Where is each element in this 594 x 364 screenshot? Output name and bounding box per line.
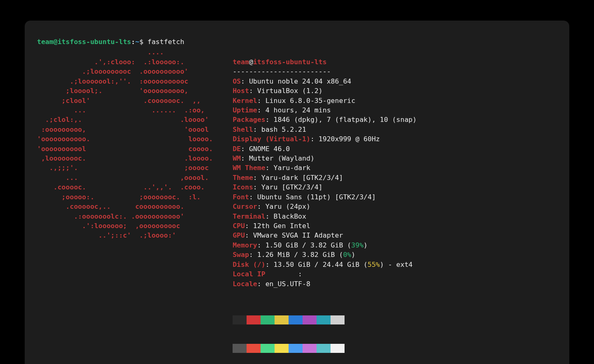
prompt-colon: :: [131, 38, 135, 46]
prompt-path: ~: [135, 38, 139, 46]
prompt-command: fastfetch: [147, 38, 184, 46]
info-colon: :: [245, 231, 253, 239]
info-key: WM: [233, 154, 241, 162]
info-value: 4 hours, 24 mins: [266, 106, 331, 114]
info-colon: :: [241, 154, 249, 162]
info-key: CPU: [233, 222, 245, 230]
info-colon: :: [257, 241, 266, 249]
info-separator: ------------------------: [233, 68, 331, 75]
info-colon: :: [310, 135, 319, 143]
info-key: DE: [233, 145, 241, 153]
info-line: Locale: en_US.UTF-8: [233, 279, 417, 289]
swatch-cyan: [317, 315, 331, 324]
info-value: bash 5.2.21: [261, 126, 306, 133]
swatch-red: [247, 315, 261, 324]
info-line: Host: VirtualBox (1.2): [233, 86, 417, 96]
system-info: team@itsfoss-ubuntu-lts ----------------…: [233, 47, 417, 364]
info-key: WM Theme: [233, 164, 265, 172]
swatch-bright-white: [331, 344, 345, 353]
info-key: Swap: [233, 251, 249, 259]
info-value: 1.26 MiB / 3.82 GiB (: [257, 251, 343, 259]
info-colon: :: [266, 116, 274, 124]
info-tail: ) - ext4: [380, 261, 412, 268]
terminal-window[interactable]: team@itsfoss-ubuntu-lts:~$ fastfetch ...…: [25, 21, 569, 364]
info-key: OS: [233, 77, 241, 85]
info-line: Uptime: 4 hours, 24 mins: [233, 105, 417, 115]
info-line: WM Theme: Yaru-dark: [233, 163, 417, 173]
prompt-sigil: $: [139, 38, 147, 46]
info-value: VirtualBox (1.2): [257, 87, 323, 95]
prompt-user: team: [37, 38, 54, 46]
swatch-blue: [289, 315, 303, 324]
info-value: Ubuntu noble 24.04 x86_64: [249, 77, 351, 85]
info-tail: ): [351, 251, 355, 259]
swatch-yellow: [275, 315, 289, 324]
swatch-bright-magenta: [303, 344, 317, 353]
info-colon: :: [257, 97, 266, 105]
color-swatch-row-1: [233, 315, 417, 324]
info-value: 1920x999 @ 60Hz: [319, 135, 380, 143]
info-line: Packages: 1846 (dpkg), 7 (flatpak), 10 (…: [233, 115, 417, 124]
info-colon: :: [253, 126, 261, 133]
info-value: Mutter (Wayland): [249, 154, 314, 162]
info-key: Cursor: [233, 203, 257, 210]
info-title-user: team: [233, 58, 249, 66]
info-key: GPU: [233, 231, 245, 239]
info-colon: :: [257, 106, 266, 114]
info-key: Kernel: [233, 97, 257, 105]
fastfetch-output: .... .',:clooo: .:looooo:. .;looooooooc …: [37, 47, 557, 364]
info-colon: :: [245, 222, 253, 230]
info-line: OS: Ubuntu noble 24.04 x86_64: [233, 77, 417, 86]
info-key: Local IP: [233, 270, 298, 278]
prompt-at: @: [54, 38, 58, 46]
info-value: 13.50 GiB / 24.44 GiB (: [274, 261, 368, 268]
info-colon: :: [266, 212, 274, 220]
info-colon: :: [241, 145, 249, 153]
info-colon: :: [257, 280, 266, 288]
info-colon: :: [257, 203, 266, 210]
info-key: Icons: [233, 183, 253, 191]
info-lines: OS: Ubuntu noble 24.04 x86_64Host: Virtu…: [233, 77, 417, 289]
swatch-white: [331, 315, 345, 324]
shell-prompt-line: team@itsfoss-ubuntu-lts:~$ fastfetch: [37, 37, 557, 47]
info-line: Disk (/): 13.50 GiB / 24.44 GiB (55%) - …: [233, 260, 417, 269]
info-key: Packages: [233, 116, 265, 124]
info-key: Host: [233, 87, 249, 95]
info-percent: 0%: [343, 251, 351, 259]
swatch-bright-blue: [289, 344, 303, 353]
info-line: Font: Ubuntu Sans (11pt) [GTK2/3/4]: [233, 192, 417, 202]
info-line: Memory: 1.50 GiB / 3.82 GiB (39%): [233, 240, 417, 250]
info-title-host: itsfoss-ubuntu-lts: [253, 58, 327, 66]
color-swatch-row-2: [233, 344, 417, 353]
info-colon: :: [249, 87, 257, 95]
swatch-magenta: [303, 315, 317, 324]
info-line: Local IP :: [233, 269, 417, 279]
info-key: Uptime: [233, 106, 257, 114]
info-percent: 55%: [368, 261, 380, 268]
info-line: Shell: bash 5.2.21: [233, 125, 417, 134]
info-colon: :: [298, 270, 306, 278]
info-key: Theme: [233, 174, 253, 182]
info-colon: :: [253, 183, 261, 191]
info-value: GNOME 46.0: [249, 145, 290, 153]
info-colon: :: [249, 251, 257, 259]
info-line: Terminal: BlackBox: [233, 212, 417, 221]
info-key: Memory: [233, 241, 257, 249]
info-value: 12th Gen Intel: [253, 222, 310, 230]
info-line: CPU: 12th Gen Intel: [233, 221, 417, 231]
info-line: Kernel: Linux 6.8.0-35-generic: [233, 96, 417, 105]
info-tail: ): [363, 241, 368, 249]
ascii-logo: .... .',:clooo: .:looooo:. .;looooooooc …: [37, 47, 213, 364]
info-line: Icons: Yaru [GTK2/3/4]: [233, 182, 417, 192]
info-colon: :: [266, 261, 274, 268]
info-value: Yaru-dark [GTK2/3/4]: [261, 174, 343, 182]
info-key: Disk (/): [233, 261, 265, 268]
swatch-green: [261, 315, 275, 324]
info-colon: :: [249, 193, 257, 201]
info-percent: 39%: [351, 241, 363, 249]
info-line: Theme: Yaru-dark [GTK2/3/4]: [233, 173, 417, 182]
info-colon: :: [253, 174, 261, 182]
info-value: BlackBox: [274, 212, 306, 220]
info-key: Display (Virtual-1): [233, 135, 310, 143]
info-value: en_US.UTF-8: [266, 280, 310, 288]
